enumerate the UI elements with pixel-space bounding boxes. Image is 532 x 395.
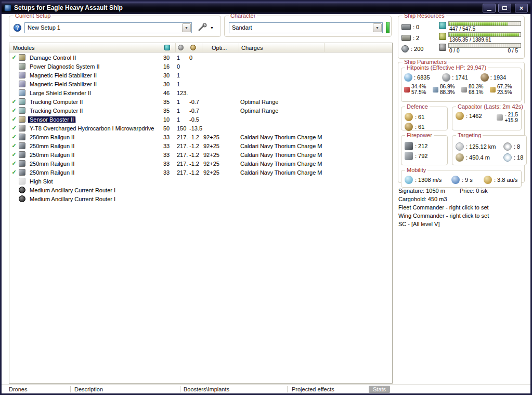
module-row[interactable]: ✓ Damage Control II 30 1 0 (9, 53, 392, 62)
structure-icon (481, 73, 489, 82)
tab-drones[interactable]: Drones (9, 386, 27, 392)
module-name: High Slot (28, 178, 55, 185)
maximize-icon (502, 6, 507, 10)
module-row[interactable]: Medium Ancillary Current Router I (9, 186, 392, 194)
module-row[interactable]: ✓ Y-T8 Overcharged Hydrocarbon I Microwa… (9, 124, 392, 133)
dps-value: : 212 (415, 143, 427, 149)
module-row[interactable]: ✓ 250mm Railgun II 33 217.1 -1.2 92+25 C… (9, 133, 392, 141)
drone-slots-value: 0 / 5 (508, 48, 518, 54)
current-setup-group: Current Setup ? New Setup 1 ▼ ▼ (9, 16, 221, 37)
railgun-icon (19, 134, 25, 140)
module-powergrid-value: 0 (176, 63, 188, 70)
tab-projected-effects[interactable]: Projected effects (292, 386, 334, 392)
module-powergrid-value: 217.1 (176, 152, 188, 158)
armor-explosive-resist-value: 23.5% (497, 89, 512, 95)
module-powergrid-value: 1 (176, 108, 188, 114)
scan-resolution-icon (456, 153, 464, 162)
wrench-icon (198, 23, 208, 32)
module-row[interactable]: Medium Ancillary Current Router I (9, 194, 392, 203)
module-row[interactable]: ✓ Tracking Computer II 35 1 -0.7 Optimal… (9, 106, 392, 115)
chevron-down-icon: ▼ (185, 26, 188, 30)
help-icon[interactable]: ? (14, 24, 21, 32)
cpu-column-header[interactable] (162, 43, 176, 52)
max-targets-icon (503, 142, 512, 151)
armor-kinetic-resist-value: 68.1% (469, 89, 483, 95)
signature-value: Signature: 1050 m (398, 188, 445, 194)
capacitor-column-header[interactable] (188, 43, 202, 52)
mobility-title: Mobility (405, 167, 427, 173)
fitted-check-icon: ✓ (9, 125, 19, 131)
targeting-range-value: : 125.12 km (466, 143, 496, 150)
turret-hardpoints-icon (401, 24, 411, 30)
setup-combobox[interactable]: New Setup 1 ▼ (24, 22, 192, 33)
tab-description[interactable]: Description (74, 386, 103, 392)
fitted-check-icon: ✓ (9, 98, 19, 105)
sensor-booster-icon (19, 116, 25, 123)
shield-icon (404, 73, 412, 82)
module-name: 250mm Railgun II (28, 143, 76, 149)
maximize-button[interactable] (498, 4, 511, 12)
module-cap-value: -1.2 (188, 169, 202, 176)
max-velocity-icon (405, 176, 413, 184)
fleet-commander-setter[interactable]: Fleet Commander - right click to set (398, 203, 524, 212)
explosive-resist-cell: 67.2% 23.5% (490, 84, 518, 95)
capacitor-title: Capacitor (Lasts: 2m 42s) (456, 103, 525, 110)
wing-commander-setter[interactable]: Wing Commander - right click to set (398, 212, 524, 220)
capacitor-drain-value: - 21.5 (504, 112, 518, 117)
tab-boosters-implants[interactable]: Boosters\Implants (184, 386, 229, 392)
railgun-icon (19, 151, 25, 158)
setup-tools-button[interactable]: ▼ (195, 22, 216, 33)
module-charge: Optimal Range (239, 99, 392, 105)
armor-hp-value: : 1741 (452, 74, 468, 81)
tab-separator (287, 386, 288, 392)
charges-column-header[interactable]: Charges (239, 43, 325, 52)
shield-extender-icon (19, 89, 25, 96)
shield-recharge-icon (405, 113, 413, 121)
module-row[interactable]: ✓ 250mm Railgun II 33 217.1 -1.2 92+25 C… (9, 150, 392, 159)
module-row[interactable]: ✓ Tracking Computer II 35 1 -0.7 Optimal… (9, 97, 392, 106)
powergrid-column-icon (178, 45, 184, 50)
damage-control-icon (19, 54, 25, 61)
module-row[interactable]: ✓ Sensor Booster II 10 1 -0.5 (9, 115, 392, 124)
module-powergrid-value: 217.1 (176, 161, 188, 167)
module-cpu-value: 35 (162, 108, 176, 114)
turret-dps-icon (405, 142, 413, 150)
magnetic-field-stabilizer-icon (19, 72, 25, 78)
mobility-group: Mobility : 1308 m/s : 9 s : 3.8 au/s (401, 170, 522, 188)
ship-resources-title: Ship Resources (403, 14, 446, 19)
close-button[interactable]: × (515, 4, 528, 12)
optimal-column-header[interactable]: Opti... (202, 43, 239, 52)
module-row[interactable]: ✓ 250mm Railgun II 33 217.1 -1.2 92+25 C… (9, 159, 392, 168)
capacitor-group: Capacitor (Lasts: 2m 42s) : 1462 - 21.5 … (452, 107, 522, 130)
minimize-button[interactable] (483, 4, 496, 12)
tab-stats[interactable]: Stats (369, 386, 390, 393)
railgun-icon (19, 160, 25, 167)
powergrid-bar (448, 32, 521, 37)
module-cpu-value: 33 (162, 169, 176, 176)
powergrid-column-header[interactable] (176, 43, 188, 52)
module-row[interactable]: High Slot (9, 177, 392, 186)
module-row[interactable]: Magnetic Field Stabilizer II 30 1 (9, 80, 392, 88)
em-resist-cell: 34.4% 57.5% (404, 84, 433, 95)
module-row[interactable]: ✓ 250mm Railgun II 33 217.1 -1.2 92+25 C… (9, 168, 392, 177)
ship-resources-group: Ship Resources : 0 : 2 : 200 447 / 547.5 (398, 16, 525, 59)
skill-level-indicator: SC - [All level V] (398, 220, 524, 228)
firepower-group: Firepower : 212 : 792 (401, 135, 448, 165)
setup-combobox-dropdown-button[interactable]: ▼ (182, 23, 191, 32)
sensor-strength-icon (503, 153, 512, 162)
module-row[interactable]: ✓ 250mm Railgun II 33 217.1 -1.2 92+25 C… (9, 141, 392, 150)
window-title: Setups for Eagle Heavy Assault Ship (14, 4, 480, 11)
align-time-icon (451, 176, 460, 184)
character-combobox-dropdown-button[interactable]: ▼ (373, 23, 382, 32)
module-name: Medium Ancillary Current Router I (28, 187, 117, 193)
character-combobox[interactable]: Sandart ▼ (229, 22, 383, 33)
module-charge: Caldari Navy Thorium Charge M (239, 152, 392, 158)
module-name: Damage Control II (28, 55, 77, 61)
fitted-check-icon: ✓ (9, 107, 19, 114)
title-bar[interactable]: Setups for Eagle Heavy Assault Ship × (2, 2, 530, 14)
modules-column-header[interactable]: Modules (9, 43, 162, 52)
module-row[interactable]: Magnetic Field Stabilizer II 30 1 (9, 71, 392, 80)
turret-hardpoints-value: : 0 (413, 24, 419, 30)
module-row[interactable]: Large Shield Extender II 46 123.8 (9, 88, 392, 97)
module-row[interactable]: Power Diagnostic System II 16 0 (9, 62, 392, 71)
